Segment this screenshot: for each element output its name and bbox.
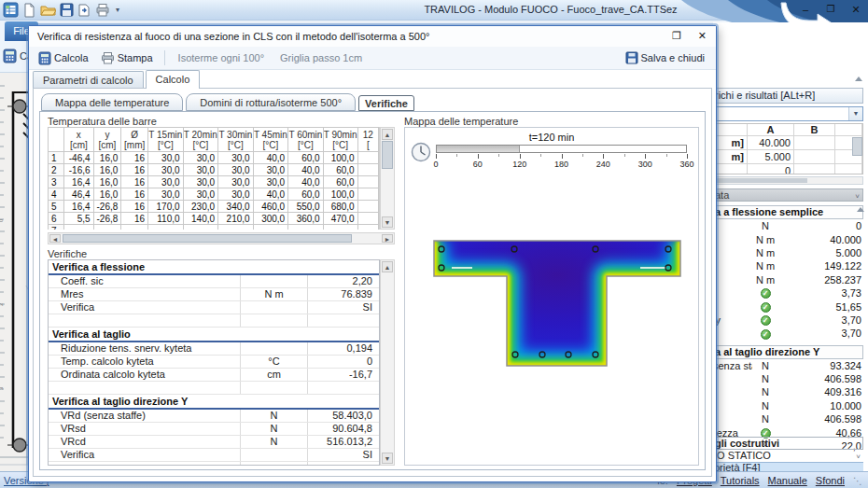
loads-combobox[interactable]: ▼: [713, 106, 863, 121]
tab-mappa-delle-temperature[interactable]: Mappa delle temperature: [41, 93, 183, 111]
verifiche-row[interactable]: [49, 314, 379, 328]
grid-vscroll-thumb[interactable]: [852, 137, 862, 156]
collapsed-section-bar[interactable]: ata ˅: [713, 188, 863, 202]
slider-tick-label: 300: [631, 160, 659, 169]
print-icon[interactable]: [95, 3, 110, 17]
bars-hscrollbar[interactable]: ◄ ►: [48, 232, 395, 244]
griglia-label[interactable]: Griglia passo 1cm: [274, 50, 368, 65]
chevron-up-icon[interactable]: ▲: [382, 129, 393, 140]
export-icon[interactable]: [77, 3, 91, 18]
verifiche-row[interactable]: VerificaSI: [49, 301, 379, 314]
new-document-icon[interactable]: [22, 3, 36, 18]
verifiche-row[interactable]: Ordinata calcolo kytetacm-16,7: [49, 369, 379, 382]
grid-row[interactable]: 0: [714, 164, 862, 174]
table-row[interactable]: 516,4-26,816170,0230,0340,0460,0550,0680…: [49, 201, 379, 213]
window-title: TRAVILOG - Modulo FUOCO - Fuoco_trave_CA…: [392, 4, 709, 15]
table-row[interactable]: 1-46,416,01630,030,030,040,060,0100,0: [49, 152, 379, 164]
table-row[interactable]: 65,5-26,816110,0140,0210,0300,0360,0470,…: [49, 213, 379, 225]
table-row[interactable]: 7: [49, 225, 379, 230]
cell: 16: [121, 152, 148, 164]
row-value: [308, 314, 377, 327]
minimize-icon[interactable]: –: [799, 4, 812, 15]
cell: [323, 225, 357, 230]
time-slider[interactable]: 060120180240300360: [436, 141, 687, 171]
dettagli-costruttivi-bar[interactable]: gli costruttivi: [713, 437, 863, 450]
table-row[interactable]: 316,416,01630,030,030,030,040,060,0: [49, 176, 379, 188]
panel-scroll-up-icon[interactable]: [857, 207, 864, 212]
loads-grid-header: A B: [714, 124, 862, 136]
table-row[interactable]: 446,416,01630,030,030,040,060,0100,0: [49, 188, 379, 201]
col-b-header: B: [794, 124, 835, 136]
cell: 40,0: [253, 188, 288, 201]
statico-bar[interactable]: IO STATICO ˅: [713, 451, 863, 462]
dialog-close-icon[interactable]: ✕: [698, 30, 707, 42]
cell: 170,0: [148, 201, 184, 213]
cell: 340,0: [218, 201, 254, 213]
verifiche-row[interactable]: VRcdN516.013,2: [49, 436, 379, 449]
cell: [357, 213, 378, 225]
verifiche-row[interactable]: [49, 462, 379, 466]
table-row[interactable]: 2-16,616,01630,030,030,030,040,060,0: [49, 164, 379, 176]
row-unit: [241, 382, 308, 394]
close-icon[interactable]: ✕: [849, 4, 862, 15]
slider-tick: [645, 154, 646, 159]
salva-e-chiudi-button[interactable]: Salva e chiudi: [622, 49, 709, 66]
chevron-down-icon[interactable]: ▼: [848, 107, 862, 120]
slider-tick-label: 60: [464, 160, 492, 169]
calcola-button[interactable]: Calcola: [35, 49, 92, 67]
row-label: [49, 314, 241, 327]
verifiche-vscrollbar[interactable]: ▲ ▼: [380, 259, 395, 466]
verifiche-row[interactable]: Coeff. sic2,20: [49, 275, 379, 288]
cell: 210,0: [218, 213, 254, 225]
chevron-down-icon[interactable]: ▼: [382, 453, 393, 464]
footer-link-sfondi[interactable]: Sfondi: [816, 475, 845, 486]
verifiche-row[interactable]: [49, 382, 379, 395]
dialog-maximize-icon[interactable]: ❐: [672, 30, 681, 42]
grid-row[interactable]: m]5.000: [714, 150, 862, 164]
open-folder-icon[interactable]: [40, 3, 56, 17]
cell: 4: [49, 188, 64, 201]
proprieta-bar[interactable]: prietà [F4]: [713, 462, 863, 471]
verifiche-row[interactable]: MresN m76.839: [49, 288, 379, 301]
fire-verification-dialog: Verifica di resistenza al fuoco di una s…: [28, 25, 717, 482]
bars-vscrollbar[interactable]: ▲ ▼: [380, 127, 395, 230]
cell: 470,0: [323, 213, 357, 225]
verifiche-row[interactable]: VerificaSI: [49, 449, 379, 462]
verifiche-row[interactable]: Temp. calcolo kyteta°C0: [49, 356, 379, 369]
tab-parametri-di-calcolo[interactable]: Parametri di calcolo: [33, 71, 144, 89]
save-icon[interactable]: [60, 3, 74, 17]
resize-grip-icon[interactable]: ⋱: [853, 476, 862, 486]
panel-section-header[interactable]: a al taglio direzione Y: [713, 345, 863, 359]
chevron-right-icon[interactable]: ►: [382, 234, 393, 243]
verifiche-row[interactable]: VRd (senza staffe)N58.403,0: [49, 410, 379, 423]
maximize-icon[interactable]: ❐: [824, 4, 837, 15]
chevron-up-icon[interactable]: ▲: [382, 261, 393, 272]
isoterme-label[interactable]: Isoterme ogni 100°: [173, 50, 270, 65]
row-value: 76.839: [308, 288, 377, 300]
grid-row[interactable]: m]40.000: [714, 136, 862, 150]
cell: 230,0: [183, 201, 218, 213]
panel-result-row: N m5.000: [713, 246, 863, 259]
panel-section-header[interactable]: a a flessione semplice: [713, 205, 863, 219]
row-unit: ✓: [752, 287, 778, 300]
chevron-left-icon[interactable]: ◄: [49, 234, 61, 243]
grid-hscrollbar[interactable]: [713, 176, 863, 185]
verifiche-row[interactable]: Riduzione tens. snerv. kyteta0,194: [49, 342, 379, 356]
row-unit: N: [241, 423, 308, 435]
tab-calcolo[interactable]: Calcolo: [146, 70, 201, 89]
tab-verifiche[interactable]: Verifiche: [358, 95, 414, 111]
stampa-button[interactable]: Stampa: [97, 49, 157, 66]
footer-link-manuale[interactable]: Manuale: [768, 475, 807, 486]
chevron-down-icon[interactable]: ▼: [382, 216, 393, 228]
qat-dropdown-icon[interactable]: ▾: [116, 6, 119, 14]
footer-link-tutorials[interactable]: Tutorials: [721, 475, 760, 486]
grid-cell-b: [794, 150, 835, 164]
time-slider-track[interactable]: [436, 145, 687, 153]
panel-scroll-up-icon[interactable]: [855, 77, 862, 81]
row-unit: N m: [752, 247, 778, 258]
row-value: 3,70: [778, 314, 863, 326]
verifiche-row[interactable]: VRsdN90.604,8: [49, 423, 379, 436]
row-unit: N: [241, 436, 308, 448]
loads-results-header[interactable]: richi e risultati [ALt+R]: [713, 88, 863, 104]
tab-domini-di-rottura-isoterme-500-[interactable]: Domini di rottura/isoterme 500°: [186, 93, 356, 111]
